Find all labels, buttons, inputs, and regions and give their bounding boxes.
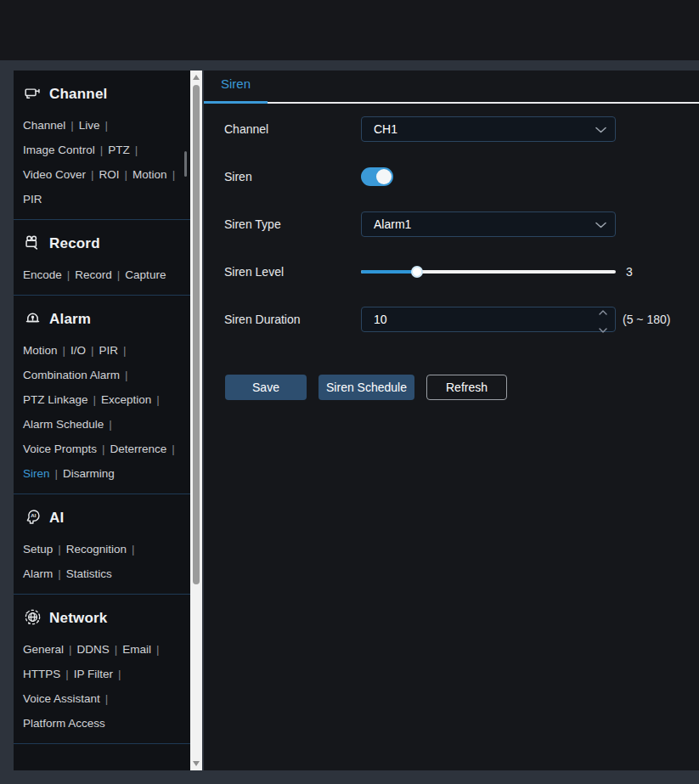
section-header-channel: Channel [14, 79, 191, 108]
sidebar-item-ddns[interactable]: DDNS [77, 643, 110, 656]
separator: | [109, 418, 112, 431]
sidebar-item-encode[interactable]: Encode [23, 268, 62, 281]
sidebar-section-record: Record Encode|Record|Capture [14, 220, 191, 296]
sidebar-item-ptz-linkage[interactable]: PTZ Linkage [23, 393, 88, 406]
sidebar-item-exception[interactable]: Exception [101, 393, 151, 406]
section-header-record: Record [14, 228, 191, 257]
scrollbar-down-arrow-icon[interactable] [193, 761, 200, 766]
sidebar-item-capture[interactable]: Capture [125, 268, 166, 281]
nav-line: General|DDNS|Email| [23, 637, 188, 662]
separator: | [100, 144, 104, 156]
button-row: Save Siren Schedule Refresh [225, 375, 699, 400]
section-header-network: Network [14, 603, 191, 632]
siren-duration-spinner[interactable] [591, 303, 615, 336]
section-title-alarm: Alarm [49, 311, 91, 328]
siren-duration-range-hint: (5 ~ 180) [623, 313, 670, 326]
siren-level-slider[interactable] [361, 266, 616, 278]
sidebar-item-siren[interactable]: Siren [23, 467, 50, 480]
separator: | [117, 268, 121, 281]
sidebar-item-roi[interactable]: ROI [99, 168, 120, 181]
sidebar-item-recognition[interactable]: Recognition [66, 543, 127, 556]
sidebar-item-pir[interactable]: PIR [23, 193, 42, 206]
siren-duration-input[interactable] [362, 313, 591, 326]
sidebar-item-voice-prompts[interactable]: Voice Prompts [23, 443, 97, 455]
section-title-channel: Channel [49, 86, 107, 103]
nav-line: Platform Access [23, 711, 188, 736]
nav-line: Image Control|PTZ| [23, 138, 188, 162]
section-items-channel: Channel|Live|Image Control|PTZ|Video Cov… [14, 113, 191, 212]
nav-line: PIR [23, 187, 188, 212]
sidebar-item-platform-access[interactable]: Platform Access [23, 717, 105, 730]
spinner-up-icon[interactable] [599, 303, 607, 319]
nav-line: Voice Assistant| [23, 686, 188, 711]
sidebar-section-network: Network General|DDNS|Email|HTTPS|IP Filt… [14, 595, 191, 744]
sidebar-item-i-o[interactable]: I/O [70, 344, 86, 357]
separator: | [105, 119, 109, 132]
sidebar-item-combination-alarm[interactable]: Combination Alarm [23, 369, 120, 381]
nav-line: PTZ Linkage|Exception| [23, 387, 188, 412]
sidebar-section-channel: Channel Channel|Live|Image Control|PTZ|V… [14, 71, 191, 220]
sidebar-item-ip-filter[interactable]: IP Filter [74, 668, 113, 680]
separator: | [70, 119, 74, 132]
nav-line: Voice Prompts|Deterrence| [23, 437, 188, 461]
sidebar-item-video-cover[interactable]: Video Cover [23, 168, 86, 181]
cctv-camera-icon [24, 84, 42, 105]
channel-row: Channel CH1 [224, 116, 699, 142]
sidebar-item-voice-assistant[interactable]: Voice Assistant [23, 692, 100, 705]
siren-level-value: 3 [626, 265, 633, 279]
scrollbar-up-arrow-icon[interactable] [193, 75, 200, 80]
siren-duration-field [361, 307, 616, 332]
sidebar-item-pir[interactable]: PIR [99, 344, 119, 357]
sidebar-inner-scrollbar-thumb[interactable] [184, 151, 187, 177]
sidebar-item-live[interactable]: Live [79, 119, 100, 132]
separator: | [156, 393, 160, 406]
siren-level-row: Siren Level 3 [224, 259, 699, 285]
sidebar-item-image-control[interactable]: Image Control [23, 144, 95, 156]
save-button[interactable]: Save [225, 375, 307, 400]
separator: | [118, 668, 121, 680]
sidebar-item-setup[interactable]: Setup [23, 543, 53, 556]
separator: | [65, 668, 69, 680]
separator: | [102, 443, 105, 455]
nav-line: Channel|Live| [23, 113, 188, 138]
siren-type-select[interactable]: Alarm1 [361, 212, 616, 237]
sidebar-item-alarm[interactable]: Alarm [23, 567, 53, 580]
sidebar-item-channel[interactable]: Channel [23, 119, 65, 132]
top-bar [0, 0, 699, 60]
channel-select[interactable]: CH1 [361, 116, 616, 142]
siren-toggle[interactable] [361, 167, 393, 186]
nav-line: Siren|Disarming [23, 461, 188, 486]
sidebar-item-statistics[interactable]: Statistics [66, 567, 112, 580]
nav-line: Alarm|Statistics [23, 561, 188, 586]
ai-head-icon: AI [24, 508, 42, 529]
sidebar-item-email[interactable]: Email [122, 643, 151, 656]
siren-schedule-button[interactable]: Siren Schedule [318, 375, 414, 400]
sidebar-item-https[interactable]: HTTPS [23, 668, 60, 680]
siren-light-icon [24, 309, 42, 330]
separator: | [115, 643, 118, 656]
nav-line: Motion|I/O|PIR| [23, 338, 188, 363]
sidebar-item-record[interactable]: Record [75, 268, 112, 281]
sidebar-item-alarm-schedule[interactable]: Alarm Schedule [23, 418, 104, 431]
separator: | [105, 692, 109, 705]
sidebar-item-motion[interactable]: Motion [132, 168, 167, 181]
spinner-down-icon[interactable] [599, 321, 607, 336]
sidebar-item-ptz[interactable]: PTZ [108, 144, 130, 156]
scrollbar-thumb[interactable] [193, 85, 200, 584]
globe-network-icon [24, 608, 42, 629]
section-items-record: Encode|Record|Capture [14, 262, 191, 287]
sidebar-item-motion[interactable]: Motion [23, 344, 58, 357]
sidebar-scrollbar[interactable] [190, 71, 202, 770]
refresh-button[interactable]: Refresh [426, 375, 507, 400]
separator: | [63, 344, 66, 357]
sidebar-item-general[interactable]: General [23, 643, 64, 656]
sidebar-item-deterrence[interactable]: Deterrence [110, 443, 167, 455]
separator: | [55, 467, 59, 480]
separator: | [125, 168, 128, 181]
slider-knob[interactable] [411, 266, 423, 278]
tab-bar: Siren [204, 71, 699, 104]
section-items-ai: Setup|Recognition|Alarm|Statistics [14, 537, 191, 586]
tab-siren[interactable]: Siren [204, 70, 268, 104]
sidebar-item-disarming[interactable]: Disarming [63, 467, 115, 480]
section-title-record: Record [49, 235, 100, 252]
